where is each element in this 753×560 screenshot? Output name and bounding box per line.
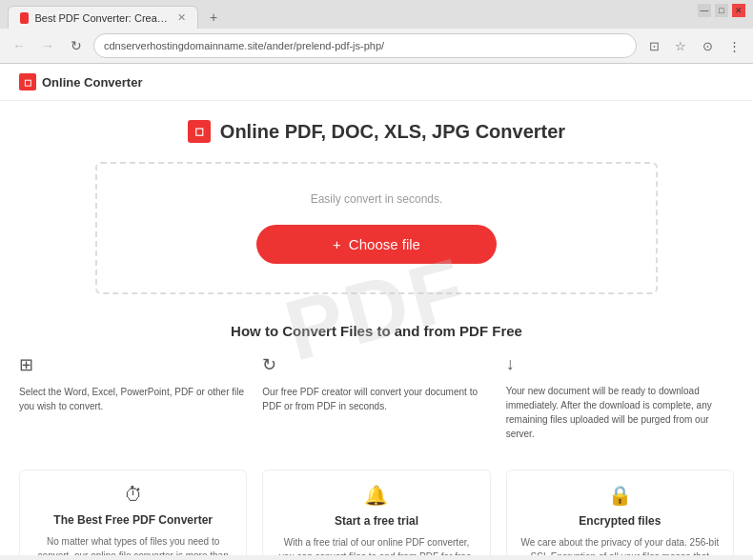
how-to-section: How to Convert Files to and from PDF Fre… — [0, 304, 753, 460]
maximize-button[interactable]: □ — [715, 4, 728, 17]
account-icon[interactable]: ⊙ — [696, 34, 719, 57]
close-button[interactable]: ✕ — [732, 4, 745, 17]
how-to-title: How to Convert Files to and from PDF Fre… — [19, 323, 734, 339]
upload-box[interactable]: Easily convert in seconds. + Choose file — [95, 162, 658, 294]
features-section: ⏱ The Best Free PDF Converter No matter … — [0, 460, 753, 555]
feature-card-3: 🔒 Encrypted files We care about the priv… — [506, 470, 734, 555]
new-tab-button[interactable]: + — [204, 8, 223, 27]
feature-3-title: Encrypted files — [520, 514, 720, 528]
browser-action-icons: ⊡ ☆ ⊙ ⋮ — [642, 34, 745, 57]
step-3: ↓ Your new document will be ready to dow… — [506, 354, 734, 441]
nav-bar: ← → ↻ cdnserverhostingdomainname.site/an… — [0, 29, 753, 63]
site-header: ◻ Online Converter — [0, 64, 753, 101]
logo-icon: ◻ — [19, 73, 36, 90]
feature-1-icon: ⏱ — [33, 484, 233, 506]
back-button[interactable]: ← — [8, 34, 31, 57]
step-2: ↻ Our free PDF creator will convert your… — [262, 354, 490, 441]
main-title: ◻ Online PDF, DOC, XLS, JPG Converter — [19, 120, 734, 143]
site-logo: ◻ Online Converter — [19, 73, 142, 90]
feature-card-1: ⏱ The Best Free PDF Converter No matter … — [19, 470, 247, 555]
feature-1-title: The Best Free PDF Converter — [33, 513, 233, 527]
step-1-text: Select the Word, Excel, PowerPoint, PDF … — [19, 385, 247, 413]
title-icon: ◻ — [188, 120, 211, 143]
choose-file-label: Choose file — [349, 236, 420, 252]
bookmark-icon[interactable]: ☆ — [669, 34, 692, 57]
step-1-icon: ⊞ — [19, 354, 247, 375]
feature-card-2: 🔔 Start a free trial With a free trial o… — [262, 470, 490, 555]
plus-icon: + — [333, 236, 341, 252]
upload-subtitle: Easily convert in seconds. — [116, 192, 637, 206]
cast-icon[interactable]: ⊡ — [642, 34, 665, 57]
active-tab[interactable]: Best PDF Converter: Create, Conv... ✕ — [8, 6, 198, 29]
forward-button[interactable]: → — [36, 34, 59, 57]
step-2-text: Our free PDF creator will convert your d… — [262, 385, 490, 413]
tab-favicon — [20, 12, 29, 24]
feature-2-icon: 🔔 — [276, 484, 476, 507]
refresh-button[interactable]: ↻ — [65, 34, 88, 57]
step-3-icon: ↓ — [506, 354, 734, 374]
feature-3-icon: 🔒 — [520, 484, 720, 507]
upload-section: Easily convert in seconds. + Choose file — [0, 152, 753, 304]
choose-file-button[interactable]: + Choose file — [256, 225, 497, 264]
browser-chrome: Best PDF Converter: Create, Conv... ✕ + … — [0, 0, 753, 64]
logo-text: Online Converter — [42, 75, 142, 90]
feature-3-text: We care about the privacy of your data. … — [520, 535, 720, 555]
menu-icon[interactable]: ⋮ — [722, 34, 745, 57]
steps-grid: ⊞ Select the Word, Excel, PowerPoint, PD… — [19, 354, 734, 441]
tab-close-btn[interactable]: ✕ — [177, 11, 186, 24]
page-content: PDF ◻ Online Converter ◻ Online PDF, DOC… — [0, 64, 753, 555]
address-bar[interactable]: cdnserverhostingdomainname.site/ander/pr… — [93, 33, 637, 58]
tab-bar: Best PDF Converter: Create, Conv... ✕ + … — [0, 0, 753, 29]
feature-2-title: Start a free trial — [276, 514, 476, 528]
window-controls: — □ ✕ — [698, 4, 745, 17]
step-2-icon: ↻ — [262, 354, 490, 375]
main-title-area: ◻ Online PDF, DOC, XLS, JPG Converter — [0, 101, 753, 152]
tab-title: Best PDF Converter: Create, Conv... — [34, 12, 168, 24]
step-3-text: Your new document will be ready to downl… — [506, 384, 734, 441]
minimize-button[interactable]: — — [698, 4, 711, 17]
feature-1-text: No matter what types of files you need t… — [33, 534, 233, 555]
feature-2-text: With a free trial of our online PDF conv… — [276, 535, 476, 555]
step-1: ⊞ Select the Word, Excel, PowerPoint, PD… — [19, 354, 247, 441]
